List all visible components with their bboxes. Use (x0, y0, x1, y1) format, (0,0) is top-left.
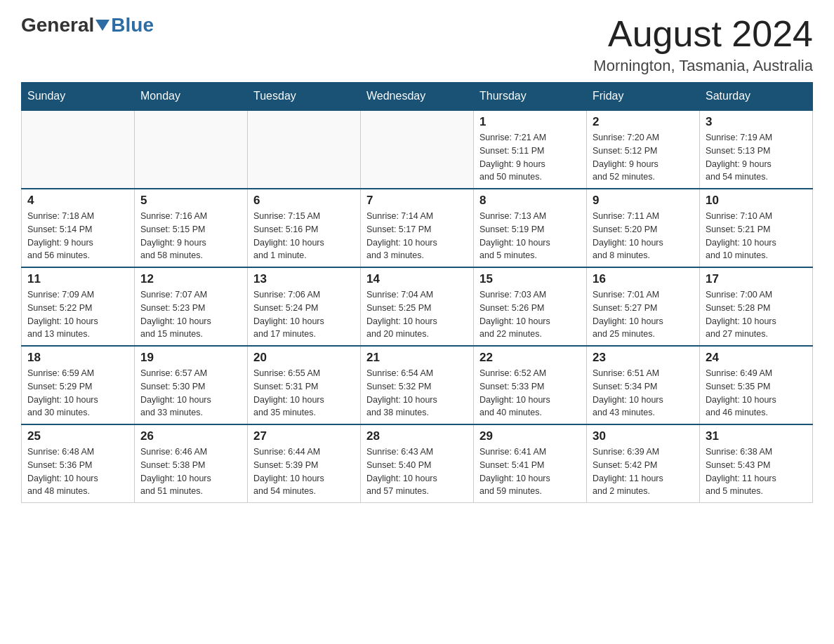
calendar-cell: 26Sunrise: 6:46 AMSunset: 5:38 PMDayligh… (135, 424, 248, 503)
calendar-cell: 5Sunrise: 7:16 AMSunset: 5:15 PMDaylight… (135, 189, 248, 267)
day-info: Sunrise: 6:51 AMSunset: 5:34 PMDaylight:… (593, 367, 694, 420)
day-number: 12 (140, 272, 241, 286)
day-info: Sunrise: 7:20 AMSunset: 5:12 PMDaylight:… (593, 131, 694, 184)
calendar-cell: 19Sunrise: 6:57 AMSunset: 5:30 PMDayligh… (135, 346, 248, 424)
day-number: 24 (706, 351, 807, 365)
day-number: 5 (140, 194, 241, 208)
day-info: Sunrise: 6:52 AMSunset: 5:33 PMDaylight:… (479, 367, 581, 420)
calendar-cell: 15Sunrise: 7:03 AMSunset: 5:26 PMDayligh… (474, 267, 587, 346)
logo-general-text: General (21, 14, 94, 36)
calendar-cell (22, 110, 135, 189)
calendar-cell: 1Sunrise: 7:21 AMSunset: 5:11 PMDaylight… (474, 110, 587, 189)
calendar-cell: 24Sunrise: 6:49 AMSunset: 5:35 PMDayligh… (700, 346, 813, 424)
calendar-cell: 20Sunrise: 6:55 AMSunset: 5:31 PMDayligh… (248, 346, 361, 424)
calendar-cell: 30Sunrise: 6:39 AMSunset: 5:42 PMDayligh… (587, 424, 700, 503)
day-info: Sunrise: 7:19 AMSunset: 5:13 PMDaylight:… (706, 131, 807, 184)
calendar-cell: 8Sunrise: 7:13 AMSunset: 5:19 PMDaylight… (474, 189, 587, 267)
day-number: 15 (479, 272, 581, 286)
calendar-cell (361, 110, 474, 189)
day-number: 7 (366, 194, 468, 208)
title-area: August 2024 Mornington, Tasmania, Austra… (593, 14, 813, 75)
calendar-week-row: 1Sunrise: 7:21 AMSunset: 5:11 PMDaylight… (22, 110, 813, 189)
calendar-cell: 27Sunrise: 6:44 AMSunset: 5:39 PMDayligh… (248, 424, 361, 503)
calendar-cell: 29Sunrise: 6:41 AMSunset: 5:41 PMDayligh… (474, 424, 587, 503)
day-number: 29 (479, 429, 581, 443)
calendar-cell: 28Sunrise: 6:43 AMSunset: 5:40 PMDayligh… (361, 424, 474, 503)
calendar-cell (248, 110, 361, 189)
calendar-cell: 4Sunrise: 7:18 AMSunset: 5:14 PMDaylight… (22, 189, 135, 267)
location-title: Mornington, Tasmania, Australia (593, 57, 813, 75)
calendar-week-row: 18Sunrise: 6:59 AMSunset: 5:29 PMDayligh… (22, 346, 813, 424)
day-info: Sunrise: 7:15 AMSunset: 5:16 PMDaylight:… (253, 210, 355, 262)
day-info: Sunrise: 7:09 AMSunset: 5:22 PMDaylight:… (27, 288, 128, 341)
day-info: Sunrise: 6:44 AMSunset: 5:39 PMDaylight:… (253, 445, 355, 498)
day-number: 31 (706, 429, 807, 443)
day-info: Sunrise: 7:18 AMSunset: 5:14 PMDaylight:… (27, 210, 128, 262)
calendar-cell: 18Sunrise: 6:59 AMSunset: 5:29 PMDayligh… (22, 346, 135, 424)
logo-blue-text: Blue (111, 14, 154, 36)
day-number: 19 (140, 351, 241, 365)
calendar-cell: 2Sunrise: 7:20 AMSunset: 5:12 PMDaylight… (587, 110, 700, 189)
day-info: Sunrise: 7:10 AMSunset: 5:21 PMDaylight:… (706, 210, 807, 262)
day-of-week-header: Tuesday (248, 83, 361, 111)
calendar-cell: 23Sunrise: 6:51 AMSunset: 5:34 PMDayligh… (587, 346, 700, 424)
day-number: 16 (593, 272, 694, 286)
day-of-week-header: Thursday (474, 83, 587, 111)
day-number: 3 (706, 115, 807, 129)
day-info: Sunrise: 7:21 AMSunset: 5:11 PMDaylight:… (479, 131, 581, 184)
day-info: Sunrise: 6:48 AMSunset: 5:36 PMDaylight:… (27, 445, 128, 498)
day-info: Sunrise: 7:07 AMSunset: 5:23 PMDaylight:… (140, 288, 241, 341)
day-number: 6 (253, 194, 355, 208)
calendar-week-row: 11Sunrise: 7:09 AMSunset: 5:22 PMDayligh… (22, 267, 813, 346)
day-info: Sunrise: 7:04 AMSunset: 5:25 PMDaylight:… (366, 288, 468, 341)
calendar-cell (135, 110, 248, 189)
calendar-cell: 22Sunrise: 6:52 AMSunset: 5:33 PMDayligh… (474, 346, 587, 424)
day-number: 13 (253, 272, 355, 286)
day-number: 8 (479, 194, 581, 208)
day-info: Sunrise: 7:01 AMSunset: 5:27 PMDaylight:… (593, 288, 694, 341)
day-number: 30 (593, 429, 694, 443)
calendar-cell: 17Sunrise: 7:00 AMSunset: 5:28 PMDayligh… (700, 267, 813, 346)
calendar-cell: 12Sunrise: 7:07 AMSunset: 5:23 PMDayligh… (135, 267, 248, 346)
day-number: 1 (479, 115, 581, 129)
calendar-cell: 9Sunrise: 7:11 AMSunset: 5:20 PMDaylight… (587, 189, 700, 267)
day-number: 17 (706, 272, 807, 286)
day-number: 20 (253, 351, 355, 365)
day-number: 25 (27, 429, 128, 443)
calendar-header-row: SundayMondayTuesdayWednesdayThursdayFrid… (22, 83, 813, 111)
day-of-week-header: Monday (135, 83, 248, 111)
calendar-cell: 16Sunrise: 7:01 AMSunset: 5:27 PMDayligh… (587, 267, 700, 346)
calendar-cell: 7Sunrise: 7:14 AMSunset: 5:17 PMDaylight… (361, 189, 474, 267)
day-info: Sunrise: 7:13 AMSunset: 5:19 PMDaylight:… (479, 210, 581, 262)
calendar-cell: 11Sunrise: 7:09 AMSunset: 5:22 PMDayligh… (22, 267, 135, 346)
calendar-cell: 31Sunrise: 6:38 AMSunset: 5:43 PMDayligh… (700, 424, 813, 503)
day-of-week-header: Wednesday (361, 83, 474, 111)
page-header: General Blue August 2024 Mornington, Tas… (21, 14, 813, 75)
day-of-week-header: Friday (587, 83, 700, 111)
day-info: Sunrise: 7:00 AMSunset: 5:28 PMDaylight:… (706, 288, 807, 341)
day-info: Sunrise: 7:14 AMSunset: 5:17 PMDaylight:… (366, 210, 468, 262)
day-number: 14 (366, 272, 468, 286)
day-number: 27 (253, 429, 355, 443)
day-info: Sunrise: 6:46 AMSunset: 5:38 PMDaylight:… (140, 445, 241, 498)
day-number: 10 (706, 194, 807, 208)
day-info: Sunrise: 6:54 AMSunset: 5:32 PMDaylight:… (366, 367, 468, 420)
calendar-week-row: 25Sunrise: 6:48 AMSunset: 5:36 PMDayligh… (22, 424, 813, 503)
day-number: 23 (593, 351, 694, 365)
calendar-cell: 10Sunrise: 7:10 AMSunset: 5:21 PMDayligh… (700, 189, 813, 267)
day-of-week-header: Sunday (22, 83, 135, 111)
day-info: Sunrise: 6:59 AMSunset: 5:29 PMDaylight:… (27, 367, 128, 420)
day-number: 9 (593, 194, 694, 208)
day-info: Sunrise: 7:11 AMSunset: 5:20 PMDaylight:… (593, 210, 694, 262)
day-number: 4 (27, 194, 128, 208)
day-number: 18 (27, 351, 128, 365)
day-info: Sunrise: 6:55 AMSunset: 5:31 PMDaylight:… (253, 367, 355, 420)
calendar-cell: 6Sunrise: 7:15 AMSunset: 5:16 PMDaylight… (248, 189, 361, 267)
day-info: Sunrise: 7:03 AMSunset: 5:26 PMDaylight:… (479, 288, 581, 341)
day-info: Sunrise: 6:43 AMSunset: 5:40 PMDaylight:… (366, 445, 468, 498)
day-info: Sunrise: 6:38 AMSunset: 5:43 PMDaylight:… (706, 445, 807, 498)
logo-arrow-icon (95, 20, 110, 31)
logo: General Blue (21, 14, 154, 36)
month-title: August 2024 (593, 14, 813, 54)
day-number: 28 (366, 429, 468, 443)
